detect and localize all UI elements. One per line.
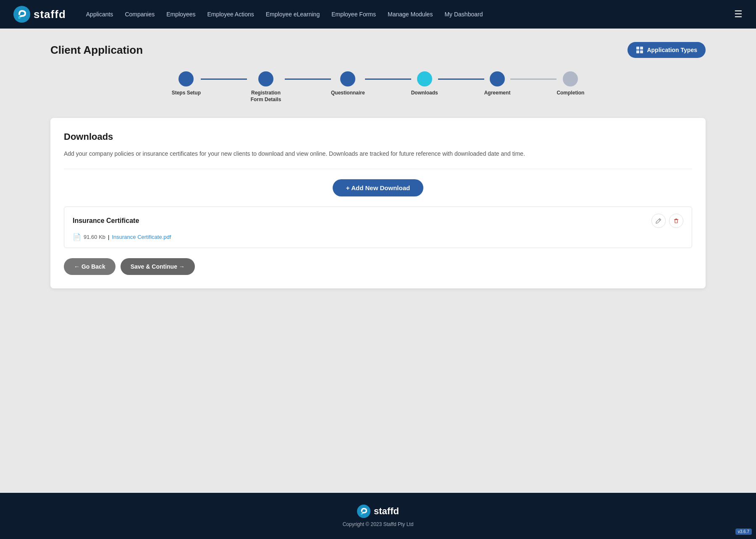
main-card: Downloads Add your company policies or i… xyxy=(50,118,706,288)
step-label-6: Completion xyxy=(556,90,584,97)
footer-logo-icon xyxy=(357,505,370,518)
logo-icon xyxy=(13,6,30,23)
edit-file-button[interactable] xyxy=(651,214,666,228)
trash-icon xyxy=(673,218,679,224)
svg-rect-7 xyxy=(675,220,677,223)
svg-rect-3 xyxy=(640,47,643,50)
connector-3-4 xyxy=(365,78,411,80)
nav-applicants[interactable]: Applicants xyxy=(86,11,113,18)
step-label-1: Steps Setup xyxy=(172,90,201,97)
application-types-button[interactable]: Application Types xyxy=(627,42,706,58)
connector-4-5 xyxy=(438,78,484,80)
file-item-header: Insurance Certificate xyxy=(73,214,683,228)
svg-rect-5 xyxy=(640,50,643,53)
step-label-4: Downloads xyxy=(411,90,438,97)
page-header: Client Application Application Types xyxy=(50,42,706,58)
file-download-link[interactable]: Insurance Certificate.pdf xyxy=(112,234,171,240)
footer-logo-text: staffd xyxy=(374,506,399,517)
step-4: Downloads xyxy=(411,71,438,97)
add-download-wrapper: + Add New Download xyxy=(64,179,692,196)
app-types-icon xyxy=(636,46,643,54)
svg-point-1 xyxy=(18,16,21,19)
hamburger-icon[interactable]: ☰ xyxy=(734,9,743,20)
nav-employees[interactable]: Employees xyxy=(166,11,195,18)
footer: staffd Copyright © 2023 Staffd Pty Ltd xyxy=(0,493,756,539)
step-5: Agreement xyxy=(484,71,511,97)
step-dot-1 xyxy=(178,71,194,86)
go-back-button[interactable]: ← Go Back xyxy=(64,258,116,275)
delete-file-button[interactable] xyxy=(669,214,683,228)
svg-line-6 xyxy=(659,219,660,220)
file-item-actions xyxy=(651,214,683,228)
svg-point-0 xyxy=(13,6,30,23)
nav-links: Applicants Companies Employees Employee … xyxy=(86,10,727,18)
page-wrapper: Client Application Application Types Ste… xyxy=(0,29,756,493)
step-2: Registration Form Details xyxy=(247,71,285,103)
nav-employee-elearning[interactable]: Employee eLearning xyxy=(266,11,320,18)
nav-companies[interactable]: Companies xyxy=(125,11,155,18)
file-item-name: Insurance Certificate xyxy=(73,217,139,225)
nav-employee-actions[interactable]: Employee Actions xyxy=(207,11,254,18)
nav-my-dashboard[interactable]: My Dashboard xyxy=(444,11,483,18)
page-title: Client Application xyxy=(50,44,143,57)
svg-point-11 xyxy=(357,505,370,518)
nav-logo[interactable]: staffd xyxy=(13,6,66,23)
pdf-icon: 📄 xyxy=(73,233,81,241)
svg-rect-2 xyxy=(636,47,639,50)
step-label-2: Registration Form Details xyxy=(247,90,285,103)
file-item: Insurance Certificate xyxy=(64,207,692,248)
navigation: staffd Applicants Companies Employees Em… xyxy=(0,0,756,29)
footer-logo: staffd xyxy=(12,505,744,518)
file-size: 91.60 Kb xyxy=(84,234,105,240)
file-item-detail: 📄 91.60 Kb | Insurance Certificate.pdf xyxy=(73,233,683,241)
step-dot-4 xyxy=(417,71,432,86)
nav-employee-forms[interactable]: Employee Forms xyxy=(331,11,376,18)
step-dot-2 xyxy=(258,71,273,86)
save-continue-button[interactable]: Save & Continue → xyxy=(121,258,195,275)
step-dot-3 xyxy=(340,71,355,86)
connector-2-3 xyxy=(285,78,331,80)
version-badge: v3.6.7 xyxy=(735,529,752,535)
svg-point-12 xyxy=(361,513,363,515)
connector-1-2 xyxy=(201,78,247,80)
card-actions: ← Go Back Save & Continue → xyxy=(64,258,692,275)
step-label-3: Questionnaire xyxy=(331,90,365,97)
nav-logo-text: staffd xyxy=(34,8,66,21)
connector-5-6 xyxy=(510,78,556,80)
add-new-download-button[interactable]: + Add New Download xyxy=(333,179,423,196)
stepper: Steps Setup Registration Form Details Qu… xyxy=(172,71,585,103)
step-1: Steps Setup xyxy=(172,71,201,97)
stepper-wrapper: Steps Setup Registration Form Details Qu… xyxy=(50,71,706,103)
card-description: Add your company policies or insurance c… xyxy=(64,149,692,169)
nav-manage-modules[interactable]: Manage Modules xyxy=(388,11,433,18)
step-6: Completion xyxy=(556,71,584,97)
edit-icon xyxy=(656,218,662,224)
card-title: Downloads xyxy=(64,131,692,142)
step-3: Questionnaire xyxy=(331,71,365,97)
step-dot-6 xyxy=(563,71,578,86)
svg-rect-4 xyxy=(636,50,639,53)
step-dot-5 xyxy=(490,71,505,86)
step-label-5: Agreement xyxy=(484,90,511,97)
footer-copyright: Copyright © 2023 Staffd Pty Ltd xyxy=(12,521,744,527)
